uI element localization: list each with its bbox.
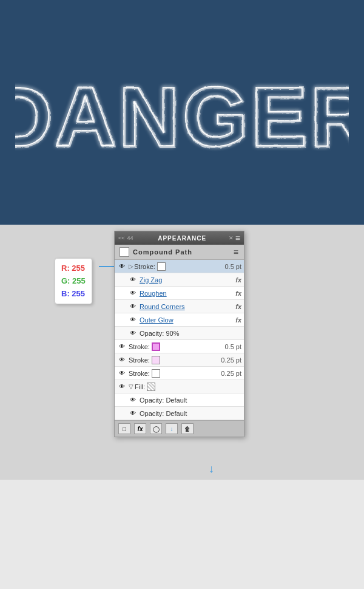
eye-icon-1[interactable] — [117, 262, 127, 271]
titlebar-icons: << 44 — [118, 235, 133, 241]
color-b-value: B: 255 — [61, 288, 86, 301]
eye-icon-4[interactable] — [128, 302, 138, 312]
danger-svg: DANGER DANGER — [15, 52, 349, 173]
panel-footer: □ fx ◯ ↓ 🗑 — [115, 420, 244, 437]
eye-icon-6[interactable] — [128, 329, 138, 338]
panel-menu-btn[interactable]: ≡ — [235, 233, 240, 243]
color-r-value: R: 255 — [61, 262, 86, 275]
opacity-row: Opacity: 90% — [115, 327, 244, 340]
svg-text:DANGER: DANGER — [15, 69, 349, 164]
panel-title: APPEARANCE — [158, 235, 206, 242]
eye-icon-2[interactable] — [128, 275, 138, 285]
compound-path-swatch — [120, 247, 129, 257]
eye-icon-10[interactable] — [117, 382, 127, 392]
footer-delete-btn[interactable]: 🗑 — [181, 423, 194, 434]
stroke-row-4[interactable]: Stroke: 0.25 pt — [115, 367, 244, 380]
stroke-row-3[interactable]: Stroke: 0.25 pt — [115, 353, 244, 367]
eye-icon-12[interactable] — [128, 409, 138, 418]
stroke-swatch-3[interactable] — [152, 356, 160, 364]
eye-icon-3[interactable] — [128, 288, 138, 298]
panel-titlebar: << 44 APPEARANCE ✕ ≡ — [115, 231, 244, 245]
fill-swatch[interactable] — [147, 383, 155, 391]
fill-row[interactable]: ▽ Fill: — [115, 380, 244, 393]
color-g-value: G: 255 — [61, 275, 86, 288]
panel-compound-path-header: Compound Path ≡ — [115, 245, 244, 260]
eye-icon-5[interactable] — [128, 315, 138, 325]
eye-icon-9[interactable] — [117, 369, 127, 378]
eye-icon-8[interactable] — [117, 355, 127, 365]
stroke-swatch-4[interactable] — [152, 369, 160, 378]
eye-icon-7[interactable] — [117, 342, 127, 352]
footer-down-btn[interactable]: ↓ — [166, 423, 178, 434]
down-arrow-indicator: ↓ — [209, 463, 214, 475]
footer-fx-btn[interactable]: fx — [134, 423, 146, 434]
canvas-area: DANGER DANGER — [0, 0, 364, 225]
roughen-row[interactable]: Roughen fx — [115, 287, 244, 300]
opacity-default-row-1: Opacity: Default — [115, 393, 244, 407]
panel-options-icon[interactable]: ≡ — [234, 247, 239, 257]
bottom-area: Outer Glow Options Mode: Soft Light Norm… — [0, 480, 364, 589]
outer-glow-row[interactable]: Outer Glow fx — [115, 313, 244, 327]
color-info-box: R: 255 G: 255 B: 255 — [55, 258, 92, 304]
middle-area: R: 255 G: 255 B: 255 << 44 APPEARANCE ✕ … — [0, 225, 364, 480]
zig-zag-row[interactable]: Zig Zag fx — [115, 273, 244, 287]
footer-new-btn[interactable]: □ — [118, 423, 130, 434]
eye-icon-11[interactable] — [128, 395, 138, 405]
footer-circle-btn[interactable]: ◯ — [150, 423, 162, 434]
round-corners-row[interactable]: Round Corners fx — [115, 300, 244, 313]
compound-path-label: Compound Path — [133, 248, 192, 256]
appearance-panel: << 44 APPEARANCE ✕ ≡ Compound Path ≡ ▷ S… — [114, 231, 244, 437]
stroke-swatch-2[interactable] — [152, 342, 160, 351]
stroke-row-2[interactable]: Stroke: 0.5 pt — [115, 340, 244, 353]
stroke-swatch-1[interactable] — [157, 262, 166, 271]
opacity-default-row-2: Opacity: Default — [115, 407, 244, 420]
stroke-row-1[interactable]: ▷ Stroke: 0.5 pt — [115, 260, 244, 273]
